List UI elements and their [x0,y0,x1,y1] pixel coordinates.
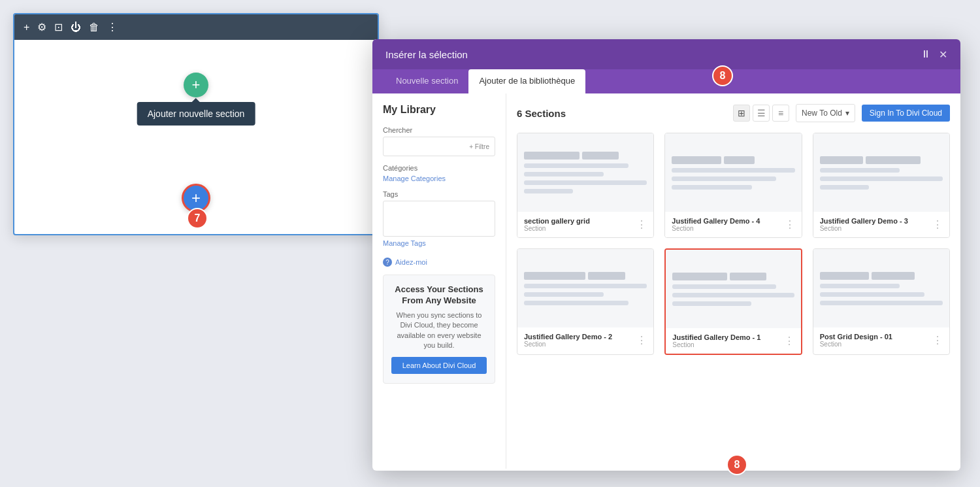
sign-in-divi-cloud-button[interactable]: Sign In To Divi Cloud [862,105,950,122]
item-more-0[interactable]: ⋮ [636,220,647,230]
editor-toolbar: + ⚙ ⊡ ⏻ 🗑 ⋮ [14,14,378,40]
power-icon[interactable]: ⏻ [71,22,81,33]
item-more-5[interactable]: ⋮ [932,335,943,346]
tags-label: Tags [383,190,495,198]
modal-sidebar: My Library Chercher + Filtre Catégories … [372,93,506,469]
filter-view-button[interactable]: ☰ [753,105,770,122]
manage-tags-link[interactable]: Manage Tags [383,239,495,247]
sections-count: 6 Sections [517,108,566,119]
add-icon[interactable]: + [24,22,29,33]
manage-categories-link[interactable]: Manage Categories [383,175,495,182]
item-type-4: Section [672,341,760,348]
item-more-1[interactable]: ⋮ [785,220,795,230]
library-title: My Library [383,104,495,116]
item-name-1: Justified Gallery Demo - 4 [672,217,760,225]
help-icon: ? [383,258,392,267]
grid-item-0[interactable]: section gallery grid Section ⋮ [517,133,654,238]
grid-item-3[interactable]: Justified Gallery Demo - 2 Section ⋮ [517,248,654,355]
cloud-promo-box: Access Your Sections From Any Website Wh… [383,275,495,384]
add-section-green-button[interactable]: + [184,73,208,97]
item-type-5: Section [820,341,892,348]
item-footer-0: section gallery grid Section ⋮ [517,212,653,237]
grid-item-2[interactable]: Justified Gallery Demo - 3 Section ⋮ [813,133,950,238]
step-badge-8-tab: 8 [712,65,733,86]
item-footer-3: Justified Gallery Demo - 2 Section ⋮ [517,327,653,353]
grid-view-button[interactable]: ⊞ [733,105,750,122]
cloud-promo-title: Access Your Sections From Any Website [391,284,487,307]
content-header: 6 Sections ⊞ ☰ ≡ New To Old ▾ Sign In To… [517,104,950,122]
items-grid: section gallery grid Section ⋮ [517,133,950,355]
view-toggle: ⊞ ☰ ≡ [733,105,789,122]
help-link[interactable]: ? Aidez-moi [383,258,495,267]
delete-icon[interactable]: 🗑 [89,22,99,33]
item-more-3[interactable]: ⋮ [636,335,647,346]
content-controls: ⊞ ☰ ≡ New To Old ▾ Sign In To Divi Cloud [733,104,950,122]
learn-divi-cloud-button[interactable]: Learn About Divi Cloud [391,357,487,374]
item-type-3: Section [524,341,612,348]
step-badge-7: 7 [187,208,208,229]
item-more-4[interactable]: ⋮ [784,336,794,346]
item-preview-0 [517,133,653,212]
settings-icon[interactable]: ⚙ [37,21,46,33]
grid-item-5[interactable]: Post Grid Design - 01 Section ⋮ [813,248,950,355]
item-more-2[interactable]: ⋮ [932,220,943,230]
tab-ajouter-bibliotheque[interactable]: Ajouter de la bibliothèque [468,69,585,93]
modal-insert: Insérer la sélection ⏸ ✕ Nouvelle sectio… [372,39,960,471]
tags-input[interactable] [383,201,495,237]
chevron-down-icon: ▾ [845,109,849,118]
modal-header-icons: ⏸ ✕ [921,48,947,61]
modal-main-content: 6 Sections ⊞ ☰ ≡ New To Old ▾ Sign In To… [506,93,960,469]
item-preview-2 [813,133,949,212]
item-name-4: Justified Gallery Demo - 1 [672,333,760,341]
modal-header: Insérer la sélection ⏸ ✕ [372,39,960,69]
search-label: Chercher [383,126,495,134]
item-preview-3 [517,249,653,327]
more-icon[interactable]: ⋮ [107,21,118,33]
item-footer-1: Justified Gallery Demo - 4 Section ⋮ [665,212,801,237]
cloud-promo-text: When you sync sections to Divi Cloud, th… [391,311,487,351]
filter-button[interactable]: + Filtre [469,143,489,150]
tab-nouvelle-section[interactable]: Nouvelle section [385,69,468,93]
item-footer-2: Justified Gallery Demo - 3 Section ⋮ [813,212,949,237]
list-view-button[interactable]: ≡ [772,105,789,122]
item-name-3: Justified Gallery Demo - 2 [524,333,612,341]
sort-dropdown[interactable]: New To Old ▾ [796,104,855,122]
modal-body: My Library Chercher + Filtre Catégories … [372,93,960,469]
editor-panel: + ⚙ ⊡ ⏻ 🗑 ⋮ + Ajouter nouvelle section +… [13,13,379,235]
item-type-2: Section [820,225,908,232]
item-type-0: Section [524,225,590,232]
item-footer-4: Justified Gallery Demo - 1 Section ⋮ [666,328,800,354]
item-name-2: Justified Gallery Demo - 3 [820,217,908,225]
close-icon[interactable]: ✕ [939,48,947,61]
item-name-5: Post Grid Design - 01 [820,333,892,341]
editor-body: + Ajouter nouvelle section + 7 [14,40,378,232]
pause-icon[interactable]: ⏸ [921,48,931,60]
add-section-tooltip: Ajouter nouvelle section [137,102,255,126]
item-preview-1 [665,133,801,212]
modal-title: Insérer la sélection [385,49,468,60]
clone-icon[interactable]: ⊡ [54,21,63,33]
grid-item-4[interactable]: Justified Gallery Demo - 1 Section ⋮ [664,248,802,355]
item-preview-5 [813,249,949,327]
item-name-0: section gallery grid [524,217,590,225]
step-badge-8-bottom: 8 [727,454,747,475]
search-input-box[interactable]: + Filtre [383,137,495,156]
grid-item-1[interactable]: Justified Gallery Demo - 4 Section ⋮ [664,133,802,238]
item-preview-4 [666,250,800,328]
item-footer-5: Post Grid Design - 01 Section ⋮ [813,327,949,353]
categories-label: Catégories [383,164,495,172]
item-type-1: Section [672,225,760,232]
modal-tabs: Nouvelle section Ajouter de la bibliothè… [372,69,960,93]
